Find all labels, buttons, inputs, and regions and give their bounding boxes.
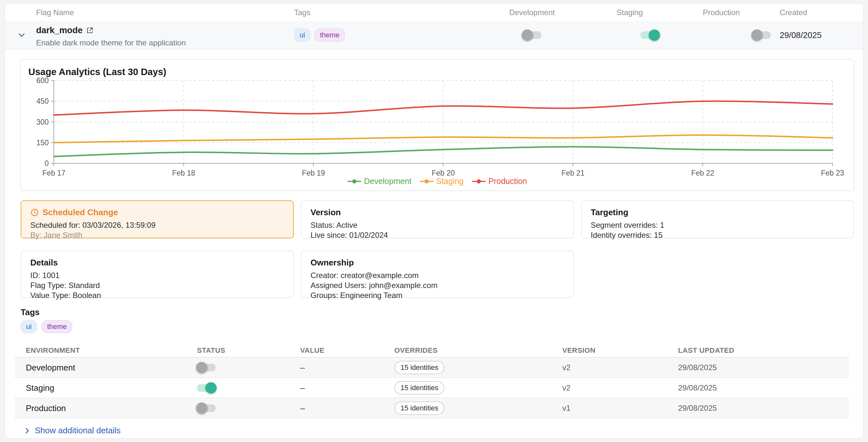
svg-text:0: 0 (44, 159, 49, 168)
chevron-down-icon[interactable] (17, 30, 26, 40)
flag-table-header: Flag Name Tags Development Staging Produ… (5, 4, 863, 22)
col-environment: ENVIRONMENT (26, 346, 80, 355)
development-toggle[interactable] (523, 31, 541, 39)
scheduled-for-text: Scheduled for: 03/03/2026, 13:59:09 (30, 220, 284, 230)
ownership-assigned-users: Assigned Users: john@example.com (311, 280, 564, 290)
svg-text:Feb 17: Feb 17 (42, 169, 65, 177)
env-version: v2 (562, 383, 570, 393)
legend-item-production[interactable]: Production (472, 176, 527, 186)
tags-section-title: Tags (21, 307, 40, 317)
svg-text:600: 600 (36, 76, 49, 85)
env-name: Staging (26, 383, 54, 393)
legend-item-staging[interactable]: Staging (420, 176, 464, 186)
env-value: – (300, 363, 305, 372)
details-id: ID: 1001 (30, 270, 284, 280)
column-development: Development (509, 8, 555, 17)
legend-marker-icon (348, 179, 361, 184)
env-last-updated: 29/08/2025 (678, 363, 717, 372)
environment-table: ENVIRONMENT STATUS VALUE OVERRIDES VERSI… (15, 344, 849, 418)
details-flag-type: Flag Type: Standard (30, 280, 284, 290)
env-last-updated: 29/08/2025 (678, 404, 717, 413)
ownership-card: Ownership Creator: creator@example.com A… (301, 251, 574, 298)
env-value: – (300, 403, 305, 413)
show-additional-details-link[interactable]: Show additional details (23, 426, 121, 436)
production-status-toggle[interactable] (197, 404, 216, 412)
clock-icon (30, 208, 39, 217)
production-toggle[interactable] (752, 31, 771, 39)
identities-badge[interactable]: 15 identities (394, 361, 444, 374)
tag-chip-ui: ui (21, 320, 37, 333)
col-version: VERSION (562, 346, 595, 355)
staging-toggle[interactable] (640, 31, 659, 39)
details-value-type: Value Type: Boolean (30, 290, 284, 300)
column-flag-name: Flag Name (36, 8, 74, 17)
external-link-icon[interactable] (86, 26, 94, 34)
scheduled-by-text: By: Jane Smith (30, 230, 284, 240)
legend-marker-icon (420, 179, 433, 184)
env-value: – (300, 383, 305, 393)
tag-chip-theme: theme (41, 320, 72, 333)
environment-table-header: ENVIRONMENT STATUS VALUE OVERRIDES VERSI… (15, 344, 849, 358)
flag-name-block: dark_mode Enable dark mode theme for the… (36, 26, 186, 47)
ownership-card-title: Ownership (311, 258, 564, 268)
segment-overrides: Segment overrides: 1 (591, 220, 844, 230)
env-name: Development (26, 363, 75, 372)
show-additional-details-label: Show additional details (35, 426, 121, 436)
version-status: Status: Active (311, 220, 564, 230)
ownership-creator: Creator: creator@example.com (311, 270, 564, 280)
identities-badge[interactable]: 15 identities (394, 401, 444, 415)
version-live-since: Live since: 01/02/2024 (311, 230, 564, 240)
flag-description: Enable dark mode theme for the applicati… (36, 38, 186, 47)
ownership-groups: Groups: Engineering Team (311, 290, 564, 300)
svg-text:Feb 23: Feb 23 (821, 169, 844, 177)
flag-row[interactable]: dark_mode Enable dark mode theme for the… (5, 21, 863, 49)
legend-item-development[interactable]: Development (348, 176, 411, 186)
env-version: v2 (562, 363, 570, 372)
table-row-development: Development – 15 identities v2 29/08/202… (15, 358, 849, 378)
column-created: Created (780, 8, 807, 17)
column-tags: Tags (294, 8, 311, 17)
flag-created-date: 29/08/2025 (780, 30, 822, 40)
svg-text:Feb 20: Feb 20 (432, 169, 455, 177)
env-name: Production (26, 403, 66, 413)
scheduled-change-title: Scheduled Change (42, 207, 118, 217)
chart-legend: DevelopmentStagingProduction (21, 176, 854, 186)
svg-text:Feb 21: Feb 21 (561, 169, 585, 177)
env-version: v1 (562, 404, 570, 413)
scheduled-change-card: Scheduled Change Scheduled for: 03/03/20… (21, 200, 294, 238)
flag-name: dark_mode (36, 26, 83, 35)
targeting-card: Targeting Segment overrides: 1 Identity … (581, 200, 854, 238)
legend-marker-icon (472, 179, 486, 184)
flag-tags: ui theme (294, 28, 345, 41)
table-row-production: Production – 15 identities v1 29/08/2025 (15, 398, 849, 418)
svg-text:450: 450 (36, 97, 49, 105)
chevron-right-icon (23, 427, 31, 435)
col-last-updated: LAST UPDATED (678, 346, 734, 355)
svg-text:150: 150 (36, 139, 49, 147)
col-status: STATUS (197, 346, 225, 355)
svg-text:Feb 18: Feb 18 (172, 169, 195, 177)
env-last-updated: 29/08/2025 (678, 383, 717, 393)
col-value: VALUE (300, 346, 324, 355)
tags-section-chips: ui theme (21, 320, 72, 333)
column-staging: Staging (617, 8, 643, 17)
version-card: Version Status: Active Live since: 01/02… (301, 200, 574, 238)
targeting-card-title: Targeting (591, 207, 844, 217)
version-card-title: Version (311, 207, 564, 217)
staging-status-toggle[interactable] (197, 384, 216, 392)
usage-analytics-chart: 0150300450600Feb 17Feb 18Feb 19Feb 20Feb… (21, 60, 854, 191)
identities-badge[interactable]: 15 identities (394, 381, 444, 395)
tag-chip-ui: ui (294, 28, 311, 41)
svg-text:Feb 19: Feb 19 (302, 169, 325, 177)
svg-text:Feb 22: Feb 22 (691, 169, 715, 177)
col-overrides: OVERRIDES (394, 346, 438, 355)
usage-analytics-card: Usage Analytics (Last 30 Days) 015030045… (20, 59, 855, 191)
tag-chip-theme: theme (314, 28, 345, 41)
column-production: Production (703, 8, 740, 17)
flag-detail-panel: Flag Name Tags Development Staging Produ… (5, 4, 863, 438)
svg-text:300: 300 (36, 118, 49, 126)
identity-overrides: Identity overrides: 15 (591, 230, 844, 240)
development-status-toggle[interactable] (197, 364, 216, 371)
table-row-staging: Staging – 15 identities v2 29/08/2025 (15, 378, 849, 398)
details-card: Details ID: 1001 Flag Type: Standard Val… (21, 251, 294, 298)
